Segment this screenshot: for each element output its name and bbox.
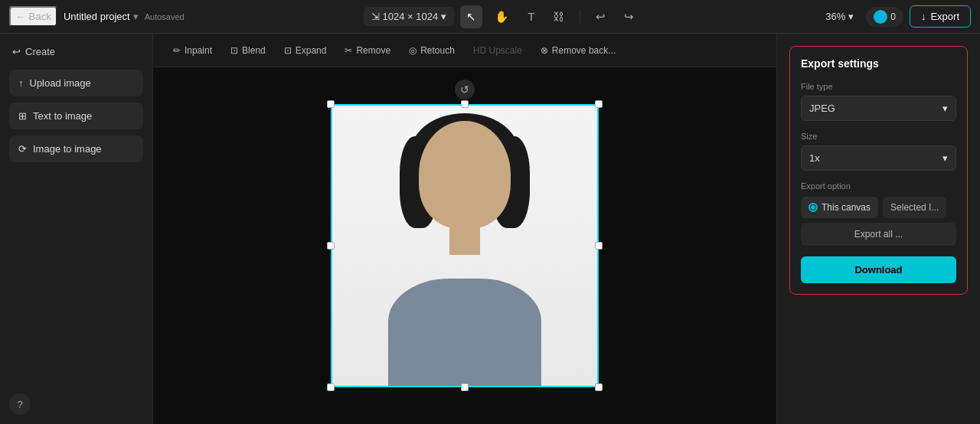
file-type-select[interactable]: JPEG ▾ — [801, 96, 956, 121]
person-body — [388, 279, 541, 386]
person-figure — [332, 106, 597, 386]
hand-icon: ✋ — [495, 10, 509, 24]
back-text: Back — [28, 11, 51, 22]
hand-tool-button[interactable]: ✋ — [488, 5, 515, 28]
this-canvas-button[interactable]: This canvas — [801, 197, 878, 218]
autosaved-label: Autosaved — [145, 12, 185, 21]
person-head — [419, 121, 511, 228]
handle-top-left[interactable] — [327, 100, 335, 108]
canvas-toolbar: ✏ Inpaint ⊡ Blend ⊡ Expand ✂ Remove ◎ Re… — [153, 34, 776, 67]
topbar: ← ← Back Back Untitled project ▾ Autosav… — [0, 0, 980, 34]
export-settings-title: Export settings — [801, 57, 956, 70]
export-panel: Export settings File type JPEG ▾ Size 1x… — [776, 34, 980, 424]
refresh-icon[interactable]: ↺ — [455, 80, 475, 99]
this-canvas-radio-inner — [811, 205, 815, 210]
handle-bottom-middle[interactable] — [461, 383, 469, 391]
text-to-image-icon: ⊞ — [18, 110, 27, 122]
canvas-image-container: ↺ — [331, 104, 599, 387]
export-option-buttons: This canvas Selected I... — [801, 197, 956, 218]
upload-image-button[interactable]: ↑ Upload image — [9, 70, 143, 96]
this-canvas-radio — [808, 203, 818, 212]
topbar-center: ⇲ 1024 × 1024 ▾ ↖ ✋ T ⛓ ↩ ↪ — [191, 5, 814, 28]
selected-label: Selected I... — [890, 202, 939, 213]
canvas-viewport[interactable]: ↺ — [153, 67, 776, 424]
inpaint-label: Inpaint — [185, 45, 212, 56]
sidebar-header: ↩ Create — [9, 43, 143, 64]
canvas-size-chevron-icon: ▾ — [441, 11, 446, 22]
inpaint-button[interactable]: ✏ Inpaint — [165, 41, 220, 60]
download-label: Download — [854, 264, 902, 276]
export-settings-container: Export settings File type JPEG ▾ Size 1x… — [789, 46, 968, 295]
image-to-image-icon: ⟳ — [18, 143, 27, 155]
link-tool-button[interactable]: ⛓ — [547, 5, 570, 28]
retouch-label: Retouch — [420, 45, 455, 56]
select-tool-button[interactable]: ↖ — [460, 5, 482, 28]
image-to-image-button[interactable]: ⟳ Image to image — [9, 135, 143, 162]
file-type-label: File type — [801, 82, 956, 91]
project-name-container[interactable]: Untitled project ▾ — [64, 11, 139, 22]
download-button[interactable]: Download — [801, 256, 956, 283]
project-name-text: Untitled project — [64, 11, 130, 22]
export-option-label: Export option — [801, 181, 956, 191]
file-type-value: JPEG — [809, 103, 835, 114]
handle-middle-right[interactable] — [595, 242, 603, 250]
help-icon: ? — [17, 399, 22, 410]
zoom-value: 36% — [825, 11, 845, 22]
zoom-button[interactable]: 36% ▾ — [819, 7, 860, 26]
share-count: 0 — [890, 11, 896, 22]
size-chevron-icon: ▾ — [942, 152, 948, 164]
redo-button[interactable]: ↪ — [618, 5, 640, 28]
create-arrow-icon: ↩ — [12, 46, 21, 57]
resize-icon: ⇲ — [371, 11, 380, 22]
handle-top-middle[interactable] — [461, 100, 469, 108]
retouch-icon: ◎ — [409, 45, 416, 56]
canvas-area: ✏ Inpaint ⊡ Blend ⊡ Expand ✂ Remove ◎ Re… — [153, 34, 776, 424]
text-icon: T — [528, 10, 534, 23]
handle-top-right[interactable] — [595, 100, 603, 108]
toolbar-divider — [580, 9, 580, 24]
topbar-left: ← ← Back Back Untitled project ▾ Autosav… — [9, 6, 185, 27]
inpaint-icon: ✏ — [173, 45, 181, 56]
undo-button[interactable]: ↩ — [590, 5, 612, 28]
main-layout: ↩ Create ↑ Upload image ⊞ Text to image … — [0, 34, 980, 424]
back-arrow-icon: ← — [15, 11, 25, 22]
image-to-image-label: Image to image — [33, 143, 102, 155]
sidebar-footer: ? — [9, 393, 143, 415]
blend-button[interactable]: ⊡ Blend — [223, 41, 273, 60]
remove-background-button[interactable]: ⊗ Remove back... — [533, 41, 623, 60]
help-button[interactable]: ? — [9, 393, 31, 415]
remove-button[interactable]: ✂ Remove — [337, 41, 398, 60]
handle-middle-left[interactable] — [327, 242, 335, 250]
upload-icon: ↑ — [18, 77, 24, 89]
selected-button[interactable]: Selected I... — [883, 197, 946, 218]
hd-upscale-button[interactable]: HD Upscale — [466, 41, 530, 60]
export-arrow-icon: ↓ — [921, 11, 926, 22]
export-button[interactable]: ↓ Export — [910, 5, 971, 28]
text-tool-button[interactable]: T — [521, 5, 541, 28]
upload-image-label: Upload image — [30, 77, 91, 89]
handle-bottom-right[interactable] — [595, 383, 603, 391]
share-badge[interactable]: 🌐 0 — [866, 7, 903, 27]
zoom-chevron-icon: ▾ — [848, 11, 854, 22]
size-select[interactable]: 1x ▾ — [801, 145, 956, 171]
expand-label: Expand — [296, 45, 327, 56]
export-label: Export — [930, 11, 959, 22]
export-settings-header: Export settings — [801, 57, 956, 71]
remove-back-icon: ⊗ — [541, 45, 548, 56]
retouch-button[interactable]: ◎ Retouch — [401, 41, 462, 60]
file-type-chevron-icon: ▾ — [942, 103, 948, 114]
size-label: Size — [801, 132, 956, 141]
text-to-image-button[interactable]: ⊞ Text to image — [9, 103, 143, 129]
size-value: 1x — [809, 152, 820, 164]
canvas-image[interactable] — [331, 104, 599, 387]
canvas-size-value: 1024 × 1024 — [383, 11, 439, 22]
redo-icon: ↪ — [624, 10, 634, 24]
handle-bottom-left[interactable] — [327, 383, 335, 391]
back-button[interactable]: ← ← Back Back — [9, 6, 57, 27]
export-all-button[interactable]: Export all ... — [801, 223, 956, 246]
remove-label: Remove — [356, 45, 390, 56]
globe-icon: 🌐 — [874, 10, 887, 24]
remove-back-label: Remove back... — [552, 45, 616, 56]
expand-button[interactable]: ⊡ Expand — [276, 41, 335, 60]
canvas-size-button[interactable]: ⇲ 1024 × 1024 ▾ — [364, 7, 455, 26]
